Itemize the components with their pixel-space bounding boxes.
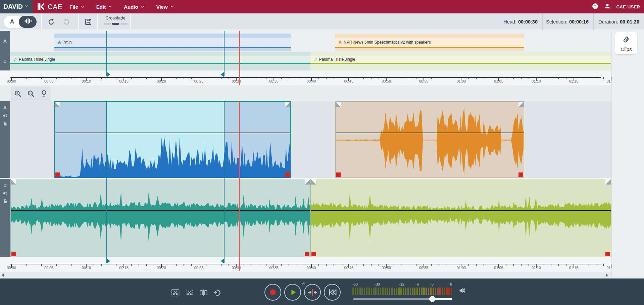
clip-end-marker[interactable] bbox=[518, 172, 523, 177]
speaker-icon[interactable] bbox=[458, 286, 467, 295]
lock-closed-icon[interactable] bbox=[2, 198, 8, 204]
ruler-label: 00:05 bbox=[42, 266, 56, 270]
play-options-caret-icon[interactable] bbox=[301, 281, 306, 288]
speaker-icon[interactable] bbox=[2, 190, 8, 196]
audio-clip[interactable] bbox=[310, 179, 611, 257]
clip-start-marker[interactable] bbox=[11, 252, 16, 256]
audio-clip[interactable] bbox=[54, 101, 291, 178]
crossfade-bar[interactable] bbox=[104, 23, 111, 25]
ruler-label: 00:45 bbox=[341, 79, 356, 83]
selection-start-line-overview[interactable] bbox=[106, 31, 107, 76]
audio-clip[interactable] bbox=[10, 179, 310, 257]
menu-audio[interactable]: Audio bbox=[124, 4, 145, 10]
cut-at-marks-button[interactable] bbox=[184, 287, 195, 298]
clip-end-marker[interactable] bbox=[285, 172, 290, 177]
crossfade-control[interactable]: Crossfade bbox=[101, 15, 130, 25]
person-icon[interactable] bbox=[604, 3, 611, 9]
fade-in-handle[interactable] bbox=[11, 179, 16, 185]
clip-start-marker[interactable] bbox=[311, 252, 316, 256]
speaker-icon[interactable] bbox=[2, 113, 8, 118]
waveform-mode-button[interactable] bbox=[19, 16, 37, 28]
overview-clip[interactable]: ♫Paloma Triste Jingle bbox=[10, 52, 310, 70]
redo-button[interactable] bbox=[62, 18, 70, 27]
clips-panel-label: Clips bbox=[621, 46, 632, 52]
play-button[interactable] bbox=[284, 284, 301, 301]
speaker-icon[interactable] bbox=[458, 286, 467, 296]
selection-end-line-overview[interactable] bbox=[224, 31, 225, 76]
zoom-out-button[interactable] bbox=[27, 90, 35, 98]
selection-start-marker[interactable] bbox=[107, 258, 110, 264]
time-displays: Head: 00:00:30 Selection: 00:00:16 Durat… bbox=[499, 13, 644, 30]
save-icon[interactable] bbox=[84, 18, 92, 26]
audio-clip[interactable] bbox=[335, 101, 524, 178]
gain-envelope-line[interactable] bbox=[336, 133, 524, 133]
track-label: ♫ bbox=[0, 182, 10, 188]
menu-label: View bbox=[156, 4, 168, 10]
menu-edit[interactable]: Edit bbox=[96, 4, 112, 10]
crossfade-bar[interactable] bbox=[120, 23, 128, 25]
menu-file[interactable]: File bbox=[69, 4, 85, 10]
brand-logo[interactable]: DAViD bbox=[0, 0, 33, 13]
main-ruler[interactable]: 00:0000:0500:1000:1500:2000:2500:3000:35… bbox=[0, 257, 611, 272]
user-icon[interactable] bbox=[604, 3, 611, 11]
scroll-left-icon[interactable] bbox=[2, 273, 4, 277]
menu-view[interactable]: View bbox=[156, 4, 175, 10]
clip-end-marker[interactable] bbox=[605, 252, 610, 256]
question-icon[interactable]: ? bbox=[592, 3, 599, 10]
ruler-label: 01:00 bbox=[454, 79, 468, 83]
waveform-icon bbox=[24, 17, 32, 25]
skip-to-start-button[interactable] bbox=[324, 284, 341, 301]
ruler-tick bbox=[363, 264, 364, 266]
clip-end-marker[interactable] bbox=[305, 252, 309, 256]
record-button[interactable] bbox=[264, 284, 281, 301]
selection-start-line[interactable] bbox=[106, 101, 107, 263]
undo-button[interactable] bbox=[47, 18, 55, 27]
fade-in-handle[interactable] bbox=[311, 179, 316, 185]
fade-in-handle[interactable] bbox=[336, 102, 341, 107]
overview-clip[interactable]: A7min bbox=[54, 34, 291, 51]
undo-icon[interactable] bbox=[62, 18, 70, 26]
ruler-label: 00:50 bbox=[379, 266, 394, 270]
transport-bar: -60-30-12-6-30 bbox=[0, 278, 644, 305]
zoom-in-button[interactable] bbox=[14, 90, 22, 98]
selection-end-line[interactable] bbox=[224, 101, 225, 263]
help-icon[interactable]: ? bbox=[592, 3, 599, 11]
gain-envelope-line[interactable] bbox=[55, 133, 290, 133]
gain-envelope-line[interactable] bbox=[311, 210, 611, 211]
playhead-overview[interactable] bbox=[239, 31, 240, 85]
crossfade-bar[interactable] bbox=[112, 23, 119, 25]
fade-out-handle[interactable] bbox=[305, 179, 310, 185]
clip-start-marker[interactable] bbox=[336, 172, 341, 177]
fade-out-handle[interactable] bbox=[285, 102, 290, 107]
save-button[interactable] bbox=[84, 18, 92, 27]
volume-thumb[interactable] bbox=[429, 296, 435, 302]
cut-selection-button[interactable] bbox=[169, 287, 181, 298]
playhead[interactable] bbox=[239, 101, 240, 271]
revert-button[interactable] bbox=[212, 287, 223, 298]
chevron-down-icon bbox=[24, 3, 29, 9]
caret-up-icon[interactable] bbox=[301, 281, 306, 286]
scroll-right-icon[interactable] bbox=[606, 273, 608, 277]
overview-ruler[interactable]: 00:0000:0500:1000:1500:2000:2500:3000:35… bbox=[0, 70, 611, 85]
gain-envelope-line[interactable] bbox=[11, 210, 310, 211]
lock-open-icon[interactable] bbox=[2, 121, 8, 126]
horizontal-scrollbar[interactable] bbox=[0, 272, 611, 278]
overview-clip[interactable]: ANPR News 5min Speechmatics v2 with spea… bbox=[335, 34, 524, 51]
ruler-tick bbox=[334, 77, 334, 79]
selection-start-marker[interactable] bbox=[107, 72, 110, 77]
text-mode-button[interactable]: A bbox=[4, 16, 20, 28]
overview-clip[interactable]: ♫Paloma Triste Jingle bbox=[310, 52, 611, 70]
clips-panel-button[interactable]: Clips bbox=[615, 32, 637, 54]
ruler-label: 00:25 bbox=[192, 79, 206, 83]
fade-out-handle[interactable] bbox=[605, 179, 611, 185]
clip-start-marker[interactable] bbox=[55, 172, 60, 177]
undo-icon[interactable] bbox=[47, 18, 55, 26]
fade-in-handle[interactable] bbox=[55, 102, 60, 107]
split-button[interactable] bbox=[198, 287, 209, 298]
meter-segment bbox=[361, 288, 363, 295]
locate-playhead-button[interactable] bbox=[304, 284, 321, 301]
toolbar-separator bbox=[41, 13, 42, 30]
zoom-selection-button[interactable] bbox=[40, 90, 48, 98]
volume-slider[interactable] bbox=[353, 298, 452, 300]
fade-out-handle[interactable] bbox=[518, 102, 524, 107]
